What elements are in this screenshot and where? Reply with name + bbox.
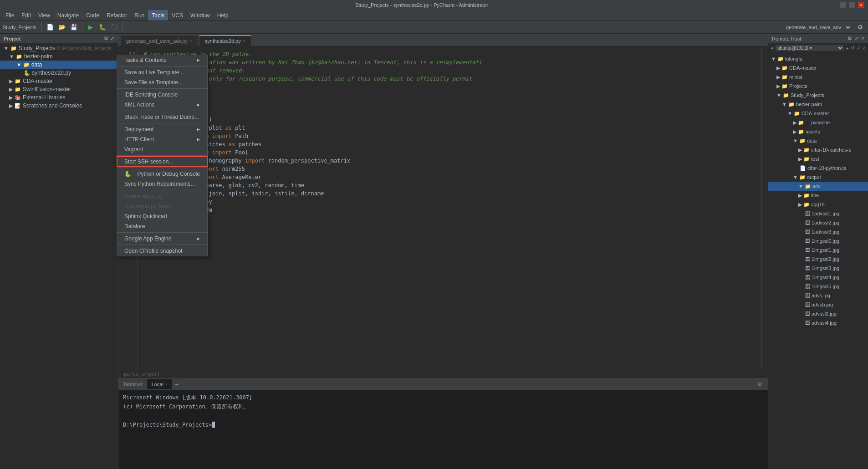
remote-host-settings-icon[interactable]: ⚙: [848, 36, 852, 41]
menu-item-edit[interactable]: Edit: [18, 10, 35, 20]
remote-item-projects[interactable]: ▶📁Projects: [768, 82, 868, 91]
dd-item-tasks[interactable]: Tasks & Contexts ▶: [117, 55, 207, 65]
menu-item-run[interactable]: Run: [131, 10, 148, 20]
remote-item-1imgssl0[interactable]: 🖼1imgssl0.jpg: [768, 236, 868, 245]
remote-item-test[interactable]: ▶📁test: [768, 154, 868, 163]
remote-item-cda[interactable]: ▶📁CDA-master: [768, 63, 868, 72]
sidebar-expand-icon[interactable]: ⤢: [110, 36, 114, 41]
dd-item-save-file[interactable]: Save File as Template...: [117, 77, 207, 87]
sidebar-item-external-libs[interactable]: ▶ 📚 External Libraries: [0, 93, 118, 102]
minimize-button[interactable]: −: [840, 2, 846, 8]
save-button[interactable]: 💾: [69, 22, 79, 32]
remote-item-1imgssl2[interactable]: 🖼1imgssl2.jpg: [768, 255, 868, 264]
menu-item-tools[interactable]: Tools: [148, 10, 168, 20]
dd-item-python-debug[interactable]: 🐍 Python or Debug Console: [117, 169, 207, 179]
terminal-tab-local[interactable]: Local ×: [147, 379, 173, 389]
sidebar-item-bezier-palm[interactable]: ▼ 📁 bezier-palm: [0, 52, 118, 61]
remote-host-close-icon[interactable]: ×: [862, 36, 864, 41]
connection-selector[interactable]: ubuntu@192.1l ▾: [776, 45, 844, 51]
remote-item-advssl2[interactable]: 🖼advssl2.jpg: [768, 309, 868, 318]
remote-item-assets[interactable]: ▶📁assets: [768, 127, 868, 136]
dd-item-start-ssh[interactable]: Start SSH session...: [117, 157, 207, 167]
connection-add-icon[interactable]: +: [846, 46, 848, 51]
terminal-add-button[interactable]: +: [173, 381, 180, 388]
menu-item-view[interactable]: View: [35, 10, 54, 20]
dd-item-google-app[interactable]: Google App Engine ▶: [117, 234, 207, 244]
remote-item-line[interactable]: ▶📁line: [768, 191, 868, 200]
connection-expand2-icon[interactable]: ⤢: [857, 45, 861, 51]
dd-item-deployment[interactable]: Deployment ▶: [117, 124, 207, 134]
connection-close2-icon[interactable]: ×: [863, 46, 865, 51]
menu-item-help[interactable]: Help: [214, 10, 232, 20]
remote-item-pycache[interactable]: ▶📁__pycache__: [768, 118, 868, 127]
remote-item-bezier-palm[interactable]: ▼📁bezier-palm: [768, 100, 868, 109]
terminal-content[interactable]: Microsoft Windows [版本 10.0.22621.3007] (…: [118, 390, 768, 469]
open-button[interactable]: 📂: [57, 22, 67, 32]
terminal-tab-close[interactable]: ×: [165, 382, 168, 387]
menu-item-file[interactable]: File: [2, 10, 18, 20]
new-file-button[interactable]: 📄: [45, 22, 55, 32]
settings-button[interactable]: ⚙: [855, 22, 865, 32]
remote-item-1imgssl4[interactable]: 🖼1imgssl4.jpg: [768, 273, 868, 282]
tab-close-synthesize[interactable]: ×: [243, 39, 245, 44]
dd-item-vagrant[interactable]: Vagrant: [117, 144, 207, 154]
remote-item-1advssl2[interactable]: 🖼1advssl2.jpg: [768, 218, 868, 227]
close-button[interactable]: ×: [858, 2, 864, 8]
editor-tabs: generate_and_save_adv.py × synthesize2d.…: [118, 34, 768, 46]
sidebar-item-scratches[interactable]: ▶ 📝 Scratches and Consoles: [0, 102, 118, 110]
code-content[interactable]: # can synthesize in the 2D palne. # Orig…: [138, 46, 761, 370]
dd-item-datalore[interactable]: Datalore: [117, 221, 207, 231]
code-editor: 13141516 17181920 212223 # can synthesiz…: [118, 46, 768, 370]
maximize-button[interactable]: □: [849, 2, 855, 8]
sidebar-settings-icon[interactable]: ⚙: [104, 36, 108, 41]
sidebar-header[interactable]: Project ⚙ ⤢: [0, 34, 118, 43]
remote-item-output[interactable]: ▼📁output: [768, 173, 868, 182]
dd-item-xml-actions[interactable]: XML Actions ▶: [117, 100, 207, 110]
dd-item-cprofile[interactable]: Open CProfile snapshot: [117, 246, 207, 256]
remote-item-cifar10-batches[interactable]: ▶📁cifar-10-batches-p: [768, 145, 868, 154]
debug-button[interactable]: 🐛: [97, 22, 107, 32]
run-config-selector[interactable]: generate_and_save_adv: [781, 23, 852, 31]
remote-item-advsb[interactable]: 🖼advsb.jpg: [768, 300, 868, 309]
remote-item-minist[interactable]: ▶📁minist: [768, 72, 868, 82]
remote-item-1imgssl3[interactable]: 🖼1imgssl3.jpg: [768, 264, 868, 273]
dd-item-sync-python[interactable]: Sync Python Requirements...: [117, 179, 207, 189]
tab-close-generate[interactable]: ×: [189, 38, 192, 43]
remote-item-vgg16[interactable]: ▶📁vgg16: [768, 200, 868, 209]
remote-item-cda-r[interactable]: ▼📁CDA-master: [768, 109, 868, 118]
sidebar-item-swinffusion[interactable]: ▶ 📁 SwinfFusion-master: [0, 85, 118, 93]
remote-item-1advssl3[interactable]: 🖼1advssl3.jpg: [768, 227, 868, 236]
remote-item-1imgssl1[interactable]: 🖼1imgssl1.jpg: [768, 245, 868, 255]
menu-item-refactor[interactable]: Refactor: [103, 10, 131, 20]
remote-item-adv[interactable]: ▼📁adv: [768, 182, 868, 191]
stop-button[interactable]: ⬛: [109, 22, 119, 32]
run-button[interactable]: ▶: [86, 22, 96, 32]
dd-item-sphinx[interactable]: Sphinx Quickstart: [117, 211, 207, 221]
terminal-settings-icon[interactable]: ⚙: [757, 381, 762, 387]
sidebar-item-cda-master[interactable]: ▶ 📁 CDA-master: [0, 77, 118, 85]
tab-generate-save-adv[interactable]: generate_and_save_adv.py ×: [120, 35, 198, 46]
remote-item-cifar10-python[interactable]: 📄cifar-10-python.ta: [768, 163, 868, 173]
remote-item-data-r[interactable]: ▼📁data: [768, 136, 868, 145]
dd-item-stack-trace[interactable]: Stack Trace or Thread Dump...: [117, 112, 207, 122]
menu-item-vcs[interactable]: VCS: [168, 10, 187, 20]
menu-item-code[interactable]: Code: [82, 10, 103, 20]
connection-refresh-icon[interactable]: ↺: [851, 45, 855, 51]
tree-label: synthesize2d.py: [32, 70, 71, 76]
remote-item-1advssl1[interactable]: 🖼1advssl1.jpg: [768, 209, 868, 218]
remote-item-study-projects[interactable]: ▼📁Study_Projects: [768, 91, 868, 100]
remote-item-advssl4[interactable]: 🖼advssl4.jpg: [768, 318, 868, 327]
menu-item-navigate[interactable]: Navigate: [54, 10, 82, 20]
tab-synthesize2d[interactable]: synthesize2d.py ×: [199, 35, 251, 46]
remote-item-lulongfa[interactable]: ▼📁lulongfa: [768, 54, 868, 63]
remote-host-expand-icon[interactable]: ⤢: [855, 36, 859, 41]
sidebar-item-study-projects[interactable]: ▼ 📁 Study_Projects D:\Projects\Study_Pro…: [0, 44, 118, 52]
remote-item-advs[interactable]: 🖼advs.jpg: [768, 291, 868, 300]
dd-item-save-live[interactable]: Save as Live Template...: [117, 67, 207, 77]
dd-item-http-client[interactable]: HTTP Client ▶: [117, 134, 207, 144]
remote-item-1imgssl5[interactable]: 🖼1imgssl5.jpg: [768, 282, 868, 291]
menu-item-window[interactable]: Window: [187, 10, 214, 20]
dd-item-ide-scripting[interactable]: IDE Scripting Console: [117, 90, 207, 100]
sidebar-item-synthesize2d[interactable]: 🐍 synthesize2d.py: [0, 69, 118, 77]
sidebar-item-data[interactable]: ▼ 📁 data: [0, 61, 118, 69]
